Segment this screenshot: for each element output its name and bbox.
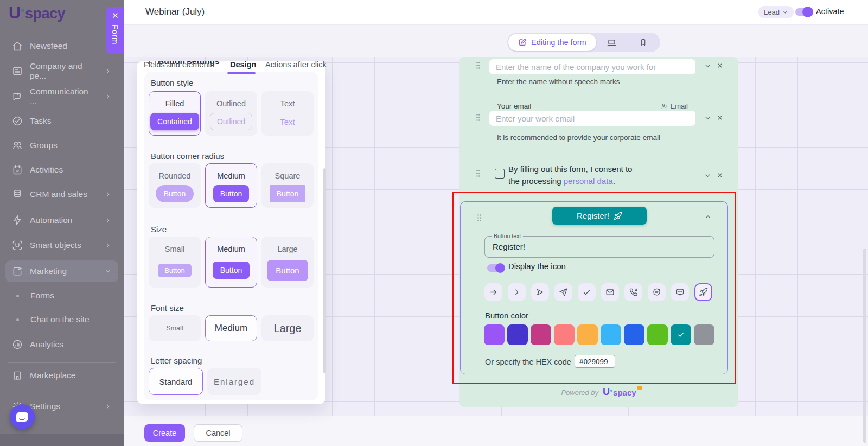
letter-spacing-label: Letter spacing [151, 356, 202, 365]
form-side-tab[interactable]: ✕ Form [106, 7, 124, 54]
top-bar: Webinar (July) Lead Activate [124, 0, 868, 25]
sidebar-divider [8, 362, 116, 363]
person-plus-icon [661, 103, 668, 110]
size-options: Small Button Medium Button Large Button [149, 237, 314, 288]
groups-icon [12, 140, 23, 151]
marketing-icon [12, 266, 23, 277]
field-helper-text: Enter the name without speech marks [497, 78, 620, 86]
marketplace-icon [12, 370, 23, 381]
button-style-options: Filled Contained Outlined Outlined Text … [149, 91, 314, 136]
sidebar-item-crm[interactable]: CRM and sales [5, 183, 118, 205]
option-size-medium[interactable]: Medium Button [205, 237, 257, 288]
option-font-small[interactable]: Small [149, 315, 201, 341]
sidebar-item-marketing[interactable]: Marketing [5, 260, 118, 282]
option-text[interactable]: Text Text [261, 91, 314, 136]
company-name-input[interactable] [489, 59, 695, 74]
laptop-icon [607, 37, 617, 48]
remove-field-icon[interactable] [716, 62, 724, 69]
cancel-button[interactable]: Cancel [194, 424, 242, 442]
tab-fields-and-elements[interactable]: Fields and elements [144, 60, 214, 69]
chevron-right-icon [104, 403, 112, 410]
option-font-large[interactable]: Large [261, 315, 314, 341]
sidebar-item-marketplace[interactable]: Marketplace [5, 365, 118, 386]
automation-icon [12, 215, 23, 226]
lead-dropdown-label: Lead [764, 8, 780, 16]
option-size-large[interactable]: Large Button [261, 237, 314, 288]
sidebar: Uspacy Newsfeed Company and pe... Commun… [0, 0, 124, 446]
option-outlined[interactable]: Outlined Outlined [205, 91, 257, 136]
work-email-input[interactable] [489, 111, 695, 126]
lead-dropdown[interactable]: Lead [758, 6, 794, 18]
sidebar-item-communication[interactable]: Communication ... [5, 86, 118, 107]
option-rounded[interactable]: Rounded Button [149, 163, 201, 208]
create-button[interactable]: Create [144, 424, 185, 442]
panel-scrollbar[interactable] [323, 168, 326, 373]
option-font-medium[interactable]: Medium [205, 315, 257, 341]
desktop-preview-segment[interactable] [596, 37, 628, 48]
sidebar-divider [8, 392, 116, 392]
activate-toggle[interactable] [795, 8, 812, 16]
option-spacing-enlarged[interactable]: Enlarged [207, 368, 261, 395]
sidebar-item-tasks[interactable]: Tasks [5, 110, 118, 132]
communication-icon [12, 91, 23, 102]
chevron-right-icon [104, 190, 112, 198]
smart-objects-icon [12, 240, 23, 251]
activate-toggle-knob [802, 7, 813, 17]
close-icon[interactable]: ✕ [112, 11, 119, 20]
company-icon [12, 66, 23, 77]
editing-the-form-segment[interactable]: Editing the form [508, 34, 596, 51]
chevron-right-icon [104, 93, 112, 100]
sidebar-item-newsfeed[interactable]: Newsfeed [5, 35, 118, 57]
corner-radius-options: Rounded Button Medium Button Square Butt… [149, 163, 314, 208]
sidebar-bottom-strip [0, 434, 124, 446]
app-root: Webinar (July) Lead Activate Create Canc… [0, 0, 868, 446]
font-size-options: Small Medium Large [149, 315, 314, 341]
chat-bubble-icon [16, 412, 28, 422]
sidebar-item-groups[interactable]: Groups [5, 135, 118, 156]
active-tab-underline [227, 72, 256, 74]
option-spacing-standard[interactable]: Standard [149, 368, 203, 395]
sidebar-item-company[interactable]: Company and pe... [5, 60, 118, 82]
sidebar-item-smart-objects[interactable]: Smart objects [5, 234, 118, 256]
tab-actions-after-click[interactable]: Actions after click [265, 60, 327, 69]
bullet-icon [16, 295, 19, 297]
activate-label: Activate [816, 7, 844, 16]
mobile-preview-segment[interactable] [628, 38, 659, 47]
option-size-small[interactable]: Small Button [149, 237, 201, 288]
tab-design[interactable]: Design [230, 60, 256, 69]
preview-mode-switcher: Editing the form [507, 33, 660, 52]
chevron-right-icon [104, 67, 112, 75]
remove-field-icon[interactable] [716, 114, 724, 122]
chevron-down-icon [104, 267, 112, 275]
sidebar-item-chat-on-site[interactable]: Chat on the site [5, 309, 118, 330]
sidebar-item-analytics[interactable]: Analytics [5, 334, 118, 355]
collapse-field-icon[interactable] [704, 114, 712, 122]
option-square[interactable]: Square Button [261, 163, 314, 208]
footer-action-bar: Create Cancel [124, 416, 868, 446]
support-chat-launcher[interactable] [10, 404, 35, 429]
letter-spacing-options: Standard Enlarged [149, 368, 261, 395]
size-label: Size [151, 225, 167, 234]
drag-handle[interactable] [476, 113, 481, 122]
remove-field-icon[interactable] [716, 171, 724, 179]
drag-handle[interactable] [476, 61, 481, 69]
collapse-field-icon[interactable] [704, 62, 712, 70]
field-type-tag: Email [661, 102, 688, 110]
sidebar-item-automation[interactable]: Automation [5, 209, 118, 231]
sidebar-item-activities[interactable]: Activities [5, 159, 118, 181]
settings-card: Button style Filled Contained Outlined O… [144, 72, 318, 400]
sidebar-item-forms[interactable]: Forms [5, 285, 118, 307]
form-tab-label: Form [111, 24, 120, 44]
canvas-top-strip [124, 24, 868, 57]
chevron-right-icon [104, 216, 112, 224]
field-label: Your email [497, 102, 531, 110]
tasks-icon [12, 116, 23, 126]
collapse-field-icon[interactable] [704, 171, 712, 180]
personal-data-link[interactable]: personal data [564, 176, 613, 186]
option-filled[interactable]: Filled Contained [149, 91, 201, 136]
drag-handle[interactable] [476, 169, 481, 177]
consent-checkbox[interactable] [495, 169, 505, 179]
page-scrollbar[interactable] [863, 249, 866, 443]
option-medium-radius[interactable]: Medium Button [205, 163, 257, 208]
home-icon [12, 41, 23, 52]
